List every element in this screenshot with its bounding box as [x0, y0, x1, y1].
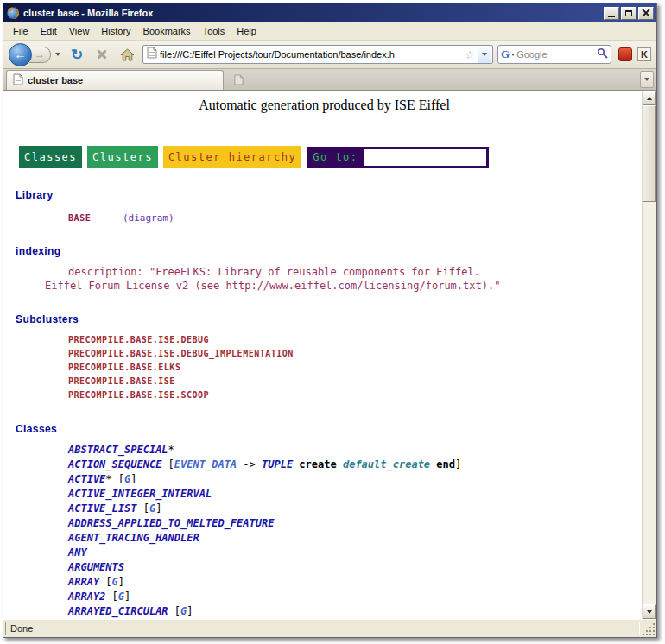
menu-help[interactable]: Help [231, 23, 263, 39]
class-entry[interactable]: ARRAY [G] [68, 575, 636, 590]
resize-grip[interactable] [642, 622, 655, 635]
extension-icon-k[interactable]: K [637, 47, 651, 61]
scrollbar-thumb[interactable] [643, 105, 656, 202]
titlebar[interactable]: cluster base - Mozilla Firefox [3, 3, 656, 22]
class-entry[interactable]: ACTION_SEQUENCE [EVENT_DATA -> TUPLE cre… [68, 458, 636, 472]
classes-heading: Classes [16, 423, 636, 435]
class-entry[interactable]: ARGUMENTS [68, 560, 636, 575]
classes-link[interactable]: Classes [19, 146, 82, 168]
menu-tools[interactable]: Tools [197, 23, 231, 39]
menubar: FileEditViewHistoryBookmarksToolsHelp [3, 22, 656, 41]
browser-viewport: Automatic generation produced by ISE Eif… [3, 91, 656, 619]
search-input[interactable] [516, 49, 595, 60]
forward-icon: → [35, 48, 45, 60]
diagram-link[interactable]: (diagram) [123, 212, 174, 224]
indexing-line: Eiffel Forum License v2 (see http://www.… [45, 279, 636, 293]
back-icon: ← [15, 47, 27, 61]
subcluster-link[interactable]: PRECOMPILE.BASE.ISE.DEBUG_IMPLEMENTATION [68, 347, 636, 361]
class-entry[interactable]: AGENT_TRACING_HANDLER [68, 531, 636, 546]
class-entry[interactable]: ACTIVE_INTEGER_INTERVAL [68, 487, 636, 502]
extension-icon-red[interactable] [618, 47, 632, 61]
chevron-down-icon [644, 78, 649, 81]
tab-cluster-base[interactable]: cluster base [6, 70, 224, 90]
scroll-down-button[interactable] [643, 604, 656, 619]
arrow-up-icon [647, 97, 652, 100]
arrow-down-icon [647, 610, 652, 614]
firefox-window: cluster base - Mozilla Firefox FileEditV… [3, 3, 657, 638]
status-text: Done [5, 622, 640, 635]
google-logo-icon[interactable]: G [501, 47, 510, 61]
new-tab-icon [234, 74, 244, 85]
status-bar: Done [3, 619, 656, 637]
tab-bar: cluster base [3, 69, 656, 91]
home-icon [120, 48, 135, 61]
library-heading: Library [16, 189, 636, 201]
url-history-dropdown[interactable] [478, 46, 491, 63]
new-tab-button[interactable] [231, 72, 246, 87]
page-favicon-icon [147, 47, 157, 62]
bookmark-star-icon[interactable]: ☆ [465, 49, 475, 60]
base-cluster-link[interactable]: BASE [68, 213, 91, 223]
window-controls [604, 7, 654, 20]
url-input[interactable] [160, 49, 462, 60]
class-entry[interactable]: ARRAYED_CIRCULAR [G] [68, 604, 636, 619]
back-button[interactable]: ← [9, 43, 32, 66]
goto-input[interactable] [364, 149, 486, 166]
class-entry[interactable]: ARRAY2 [G] [68, 590, 636, 604]
subcluster-link[interactable]: PRECOMPILE.BASE.ELKS [68, 361, 636, 375]
reload-button[interactable]: ↻ [66, 43, 88, 66]
page-content: Automatic generation produced by ISE Eif… [3, 91, 642, 619]
class-entry[interactable]: ABSTRACT_SPECIAL* [68, 443, 636, 458]
chevron-down-icon [482, 53, 487, 56]
search-engine-dropdown[interactable] [511, 54, 515, 56]
page-nav-buttons: Classes Clusters Cluster hierarchy Go to… [19, 146, 636, 168]
subcluster-link[interactable]: PRECOMPILE.BASE.ISE.SCOOP [68, 388, 636, 402]
menu-view[interactable]: View [63, 23, 96, 39]
back-forward-group: ← → [9, 43, 63, 66]
indexing-heading: indexing [16, 245, 636, 257]
forward-button[interactable]: → [29, 47, 51, 63]
close-button[interactable] [638, 7, 654, 20]
scroll-up-button[interactable] [643, 91, 656, 105]
list-all-tabs-button[interactable] [640, 71, 654, 88]
menu-edit[interactable]: Edit [35, 23, 63, 39]
navigation-toolbar: ← → ↻ ☆ G K [3, 41, 656, 69]
back-forward-dropdown[interactable] [52, 47, 63, 63]
subcluster-link[interactable]: PRECOMPILE.BASE.ISE [68, 375, 636, 388]
clusters-link[interactable]: Clusters [87, 146, 158, 168]
subcluster-link[interactable]: PRECOMPILE.BASE.ISE.DEBUG [68, 333, 636, 347]
menu-bookmarks[interactable]: Bookmarks [137, 23, 197, 39]
stop-button[interactable] [91, 43, 113, 66]
window-title: cluster base - Mozilla Firefox [23, 8, 600, 18]
maximize-button[interactable] [621, 7, 636, 20]
goto-group: Go to: [307, 147, 488, 168]
subclusters-list: PRECOMPILE.BASE.ISE.DEBUGPRECOMPILE.BASE… [68, 333, 636, 402]
chevron-down-icon [55, 53, 60, 56]
class-entry[interactable]: ANY [68, 546, 636, 560]
indexing-line: description: "FreeELKS: Library of reusa… [68, 265, 636, 279]
class-entry[interactable]: ACTIVE* [G] [68, 472, 636, 487]
minimize-icon [608, 16, 615, 17]
menu-history[interactable]: History [95, 23, 136, 39]
tab-label: cluster base [28, 75, 83, 85]
class-entry[interactable]: ACTIVE_LIST [G] [68, 502, 636, 516]
menu-file[interactable]: File [7, 23, 35, 39]
firefox-icon [6, 6, 20, 20]
reload-icon: ↻ [71, 47, 83, 62]
minimize-button[interactable] [604, 7, 619, 20]
stop-icon [97, 49, 108, 60]
goto-label: Go to: [313, 151, 358, 163]
page-title: Automatic generation produced by ISE Eif… [12, 98, 636, 113]
search-box[interactable]: G [497, 45, 611, 64]
vertical-scrollbar[interactable] [642, 91, 656, 619]
maximize-icon [625, 10, 632, 16]
cluster-hierarchy-link[interactable]: Cluster hierarchy [163, 146, 301, 168]
document-icon [13, 73, 23, 87]
class-entry[interactable]: ADDRESS_APPLIED_TO_MELTED_FEATURE [68, 516, 636, 531]
search-icon[interactable] [597, 47, 608, 62]
home-button[interactable] [116, 43, 138, 66]
classes-list: ABSTRACT_SPECIAL*ACTION_SEQUENCE [EVENT_… [68, 443, 636, 619]
library-entry: BASE (diagram) [68, 209, 636, 224]
subclusters-heading: Subclusters [16, 313, 636, 325]
address-bar[interactable]: ☆ [142, 45, 493, 64]
